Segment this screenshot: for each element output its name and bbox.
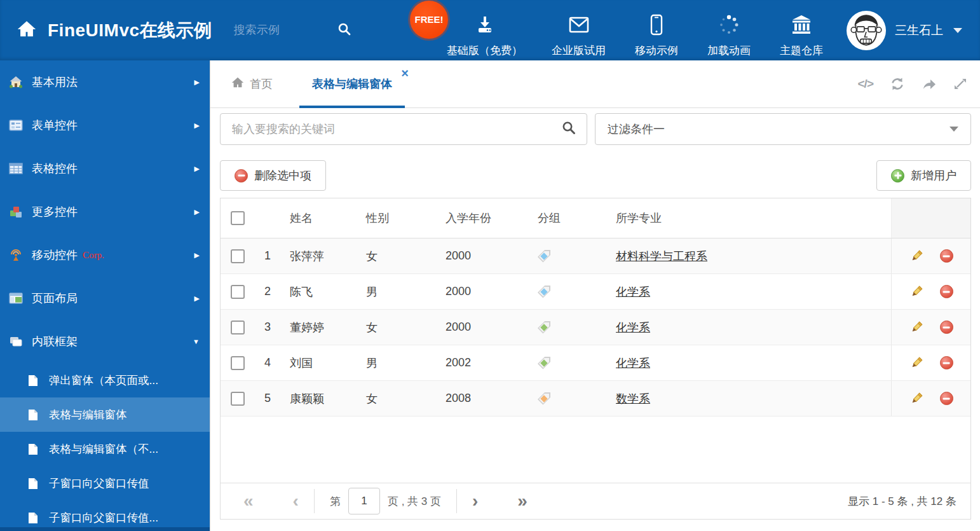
frames-icon (9, 334, 23, 348)
col-header-group[interactable]: 分组 (538, 210, 616, 226)
divider (456, 489, 457, 513)
add-user-button[interactable]: 新增用户 (876, 160, 971, 191)
divider (314, 489, 315, 513)
file-icon (27, 478, 39, 490)
major-link[interactable]: 化学系 (616, 357, 650, 369)
major-link[interactable]: 化学系 (616, 321, 650, 334)
row-checkbox[interactable] (231, 356, 245, 370)
edit-pencil-icon[interactable] (909, 285, 923, 299)
chevron-right-icon: ▶ (194, 165, 200, 173)
col-header-gender[interactable]: 性别 (366, 210, 446, 226)
sidebar-subitem-grid-edit-window-2[interactable]: 表格与编辑窗体（不... (0, 432, 210, 466)
user-menu[interactable]: 三生石上 (847, 11, 962, 50)
nav-loading-anim[interactable]: 加载动画 (707, 3, 751, 58)
sidebar-item-label: 移动控件 (32, 247, 78, 263)
row-checkbox[interactable] (231, 285, 245, 299)
page-number-input[interactable] (348, 488, 380, 514)
spinner-icon (718, 14, 740, 38)
row-checkbox[interactable] (231, 392, 245, 406)
edit-pencil-icon[interactable] (909, 356, 923, 370)
data-grid: 姓名 性别 入学年份 分组 所学专业 1 张萍萍 女 2000 材料科学与工程系 (220, 198, 971, 520)
nav-basic-free[interactable]: FREE! 基础版（免费） (447, 3, 522, 58)
row-number: 3 (255, 321, 280, 334)
pager-page-prefix: 第 (330, 494, 341, 509)
close-icon[interactable]: × (401, 67, 409, 79)
share-arrow-icon[interactable] (922, 76, 937, 92)
sidebar-item-mobile-controls[interactable]: 移动控件 Corp. ▶ (0, 233, 210, 277)
delete-minus-icon[interactable] (940, 356, 953, 369)
sidebar-subitem-label: 表格与编辑窗体 (49, 407, 127, 422)
major-link[interactable]: 材料科学与工程系 (616, 250, 707, 263)
search-icon[interactable] (337, 22, 352, 39)
delete-minus-icon[interactable] (940, 285, 953, 298)
main-content: 首页 表格与编辑窗体 × </> (210, 60, 980, 531)
nav-mobile-demo[interactable]: 移动示例 (635, 3, 678, 58)
delete-minus-icon[interactable] (940, 392, 953, 405)
expand-icon[interactable] (953, 77, 967, 91)
table-row[interactable]: 2 陈飞 男 2000 化学系 (221, 274, 970, 310)
pager-last-button[interactable]: » (517, 492, 527, 510)
header-nav: FREE! 基础版（免费） 企业版试用 移动示例 (432, 3, 838, 58)
select-all-checkbox[interactable] (231, 211, 245, 225)
pager-prev-button[interactable]: ‹ (293, 492, 299, 510)
cell-year: 2008 (446, 392, 538, 405)
refresh-icon[interactable] (890, 76, 905, 92)
delete-selected-button[interactable]: 删除选中项 (220, 160, 326, 191)
minus-circle-icon (235, 169, 248, 183)
sidebar-item-page-layout[interactable]: 页面布局 ▶ (0, 277, 210, 320)
col-header-major[interactable]: 所学专业 (616, 210, 891, 226)
cell-name: 康颖颖 (280, 391, 366, 406)
major-link[interactable]: 数学系 (616, 392, 650, 405)
pager-next-button[interactable]: › (472, 492, 478, 510)
delete-minus-icon[interactable] (940, 249, 953, 263)
filter-dropdown[interactable]: 过滤条件一 (595, 113, 971, 145)
nav-label: 加载动画 (707, 43, 751, 58)
major-link[interactable]: 化学系 (616, 286, 650, 298)
antenna-icon (9, 248, 23, 262)
sidebar-subitem-child-to-parent[interactable]: 子窗口向父窗口传值 (0, 466, 210, 500)
edit-pencil-icon[interactable] (909, 249, 923, 263)
code-icon[interactable]: </> (858, 77, 873, 91)
keyword-search-input[interactable] (231, 122, 561, 137)
edit-pencil-icon[interactable] (909, 321, 923, 334)
sidebar-item-basic-usage[interactable]: 基本用法 ▶ (0, 60, 210, 104)
grid-empty-area (221, 417, 970, 483)
col-header-year[interactable]: 入学年份 (446, 210, 538, 226)
tab-grid-edit-window[interactable]: 表格与编辑窗体 × (299, 60, 405, 107)
table-row[interactable]: 1 张萍萍 女 2000 材料科学与工程系 (221, 238, 970, 274)
sidebar-subitem-child-to-parent-2[interactable]: 子窗口向父窗口传值... (0, 500, 210, 531)
row-number: 4 (255, 356, 280, 369)
mobile-icon (650, 14, 663, 38)
nav-theme-repo[interactable]: 主题仓库 (780, 3, 823, 58)
edit-pencil-icon[interactable] (909, 392, 923, 406)
pager-first-button[interactable]: « (243, 492, 254, 510)
table-icon (9, 162, 23, 176)
row-checkbox[interactable] (231, 249, 245, 263)
sidebar-item-form-controls[interactable]: 表单控件 ▶ (0, 104, 210, 147)
sidebar-item-grid-controls[interactable]: 表格控件 ▶ (0, 147, 210, 190)
header-search[interactable] (233, 22, 366, 39)
header-search-input[interactable] (233, 23, 337, 38)
sidebar-item-inline-frames[interactable]: 内联框架 ▼ (0, 320, 210, 363)
sidebar-item-label: 更多控件 (32, 204, 78, 219)
free-badge: FREE! (410, 1, 448, 39)
grid-header-row: 姓名 性别 入学年份 分组 所学专业 (221, 198, 970, 238)
nav-enterprise-trial[interactable]: 企业版试用 (552, 3, 606, 58)
sidebar-item-more-controls[interactable]: 更多控件 ▶ (0, 190, 210, 233)
sidebar-subitem-grid-edit-window[interactable]: 表格与编辑窗体 (0, 397, 210, 432)
sidebar: 基本用法 ▶ 表单控件 ▶ 表格控件 ▶ 更多控件 ▶ (0, 60, 210, 531)
row-checkbox[interactable] (231, 321, 245, 334)
user-name: 三生石上 (895, 22, 943, 39)
home-icon (231, 76, 245, 93)
col-header-name[interactable]: 姓名 (280, 210, 366, 226)
table-row[interactable]: 5 康颖颖 女 2008 数学系 (221, 381, 970, 417)
table-row[interactable]: 4 刘国 男 2002 化学系 (221, 345, 970, 381)
delete-minus-icon[interactable] (940, 321, 953, 334)
table-row[interactable]: 3 董婷婷 女 2000 化学系 (221, 310, 970, 345)
search-icon[interactable] (561, 120, 576, 138)
keyword-search-box[interactable] (220, 113, 587, 145)
sidebar-subitem-popup-window[interactable]: 弹出窗体（本页面或... (0, 363, 210, 397)
filter-value: 过滤条件一 (608, 121, 665, 137)
brand[interactable]: FineUIMvc在线示例 (16, 18, 212, 43)
tab-home[interactable]: 首页 (231, 76, 273, 93)
